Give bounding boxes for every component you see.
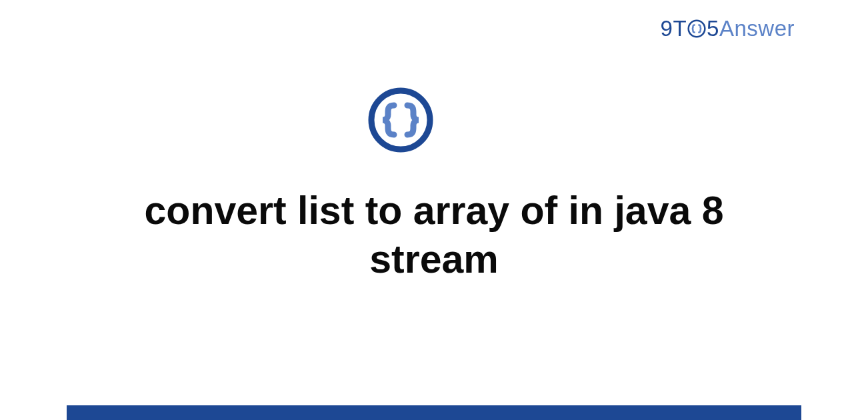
brand-logo: 9T 5 Answer — [661, 16, 795, 41]
svg-point-1 — [371, 91, 430, 149]
bottom-accent-bar — [67, 405, 801, 420]
brand-text-1: 9T — [661, 16, 687, 41]
brand-text-3: Answer — [719, 16, 795, 41]
brand-text-2: 5 — [707, 16, 719, 41]
svg-point-0 — [689, 21, 705, 37]
main-content: convert list to array of in java 8 strea… — [0, 87, 868, 284]
code-braces-icon — [687, 19, 706, 38]
page-title: convert list to array of in java 8 strea… — [84, 187, 784, 284]
code-braces-icon — [367, 87, 434, 153]
